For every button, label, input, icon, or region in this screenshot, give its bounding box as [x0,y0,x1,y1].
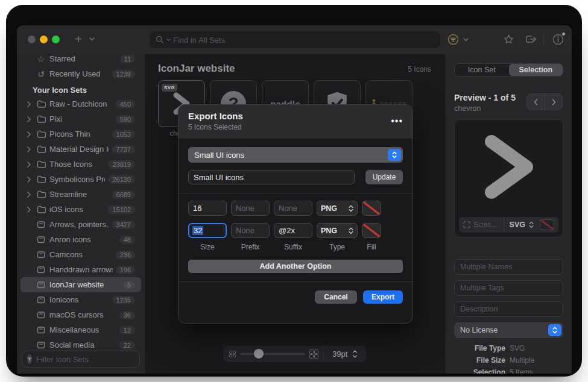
prefix-input[interactable] [231,223,270,238]
preview-fill-swatch[interactable] [540,219,554,230]
sidebar-item[interactable]: Ionicons 1235 [21,292,141,307]
grid-large-icon[interactable] [309,349,318,359]
sidebar-item[interactable]: Arrows, pointers... 3427 [21,217,141,232]
count-badge: 26130 [108,175,135,184]
type-select-chevrons-icon [349,205,353,212]
add-chevron-icon[interactable] [89,37,95,41]
fill-none-swatch[interactable] [362,223,381,238]
sidebar-item[interactable]: macOS cursors 36 [21,307,141,322]
license-select[interactable]: No License [454,322,563,338]
search-input[interactable] [173,36,434,45]
export-icon[interactable] [525,34,537,45]
sidebar-item[interactable]: Raw - Dutchicon 450 [21,96,141,111]
count-badge: 236 [116,251,135,259]
export-button[interactable]: Export [363,290,403,304]
update-button[interactable]: Update [365,170,403,184]
size-input[interactable] [188,201,227,216]
cancel-button[interactable]: Cancel [315,290,357,304]
sidebar-item[interactable]: Camcons 236 [21,247,141,262]
disclosure-chevron-icon[interactable] [25,116,33,122]
sidebar-filter-input[interactable] [36,355,142,364]
disclosure-chevron-icon[interactable] [25,192,33,198]
disclosure-chevron-icon[interactable] [25,131,33,137]
sidebar-item[interactable]: Streamline 6689 [21,187,141,202]
toolbar-separator [543,34,544,45]
preview-canvas: Sizes... SVG [454,119,563,237]
type-select[interactable]: PNG [317,201,358,216]
sizes-control[interactable]: Sizes... [463,221,500,229]
tags-input[interactable] [454,280,563,296]
fill-none-swatch[interactable] [362,201,381,216]
option-column-labels: Size Prefix Suffix Type Fill [188,243,403,251]
previous-icon-button[interactable] [527,94,545,110]
suffix-input[interactable] [274,201,312,216]
sidebar-item[interactable]: Material Design Ic... 7737 [21,142,141,157]
folder-icon [36,205,46,213]
grid-small-icon[interactable] [229,351,236,357]
type-select-chevrons-icon [349,227,353,234]
size-input-focused[interactable]: 32 [188,223,227,238]
page-background: + [0,0,588,382]
sidebar-item[interactable]: ☆ ↺ Recently Used 1239 [21,66,141,81]
sidebar-item[interactable]: Handdrawn arrows 196 [21,262,141,277]
preset-name-input[interactable] [188,170,355,184]
window-close-button[interactable] [28,36,36,43]
sidebar-item[interactable]: iOS icons 15102 [21,202,141,217]
disclosure-chevron-icon[interactable] [25,161,33,168]
count-badge: 1239 [112,70,135,78]
window-zoom-button[interactable] [52,36,60,43]
format-value: SVG [510,221,525,229]
sidebar-item[interactable]: Anron icons 48 [21,232,141,247]
inspector-tabs: Icon Set Selection [454,63,563,77]
sidebar-item[interactable]: Miscellaneous 13 [21,322,141,337]
disclosure-chevron-icon[interactable] [25,101,33,107]
count-badge: 196 [116,266,135,274]
sidebar-item[interactable]: Pixi 590 [21,111,141,127]
suffix-input[interactable] [274,223,312,238]
names-input[interactable] [454,259,563,275]
preset-select[interactable]: Small UI icons [188,147,403,163]
inspector-panel: Icon Set Selection Preview - 1 of 5 chev… [444,54,572,374]
star-icon: ☆ [36,54,46,64]
tab[interactable]: Icon Set [455,64,509,76]
next-icon-button[interactable] [545,94,562,110]
add-button[interactable]: + [75,33,82,46]
format-select-chevrons-icon[interactable] [529,221,534,228]
prefix-input[interactable] [231,201,270,216]
sidebar-item[interactable]: Symbolicons Pro 26130 [21,172,141,187]
zoom-slider[interactable] [241,353,305,355]
description-input[interactable] [454,301,563,317]
count-badge: 22 [119,341,135,349]
search-field[interactable] [150,31,440,48]
folder-icon [36,160,46,168]
disclosure-chevron-icon[interactable] [25,207,33,213]
sidebar-item[interactable]: Those Icons 23819 [21,157,141,172]
count-badge: 5 [123,281,135,289]
jar-icon [36,296,46,304]
license-select-chevrons-icon[interactable] [548,324,561,336]
search-scope-chevron-icon[interactable] [166,39,171,42]
type-select[interactable]: PNG [317,223,358,238]
disclosure-chevron-icon[interactable] [25,146,33,152]
favorite-star-icon[interactable] [503,34,514,45]
preset-select-chevrons-icon[interactable] [388,149,401,161]
sidebar-item[interactable]: ☆ ↺ Starred 11 [21,54,141,66]
count-badge: 450 [116,100,135,108]
dialog-header: Export Icons 5 Icons Selected ••• [179,105,413,139]
folder-icon [36,115,46,123]
filter-icon[interactable] [447,34,459,45]
zoom-slider-thumb[interactable] [254,349,264,359]
sidebar-item[interactable]: IconJar website 5 [21,277,141,292]
disclosure-chevron-icon[interactable] [25,177,33,183]
preset-select-value: Small UI icons [194,151,244,160]
add-another-option-button[interactable]: Add Another Option [188,260,403,273]
zoom-stepper[interactable] [352,349,358,359]
preview-controls: Sizes... SVG [459,217,558,233]
sidebar-filter-field[interactable] [22,351,140,368]
more-options-button[interactable]: ••• [391,116,403,127]
window-minimize-button[interactable] [40,36,48,43]
tab[interactable]: Selection [509,64,563,76]
info-icon[interactable] [552,34,564,45]
filter-chevron-icon[interactable] [463,38,469,42]
sidebar-item[interactable]: Picons Thin 1053 [21,127,141,142]
